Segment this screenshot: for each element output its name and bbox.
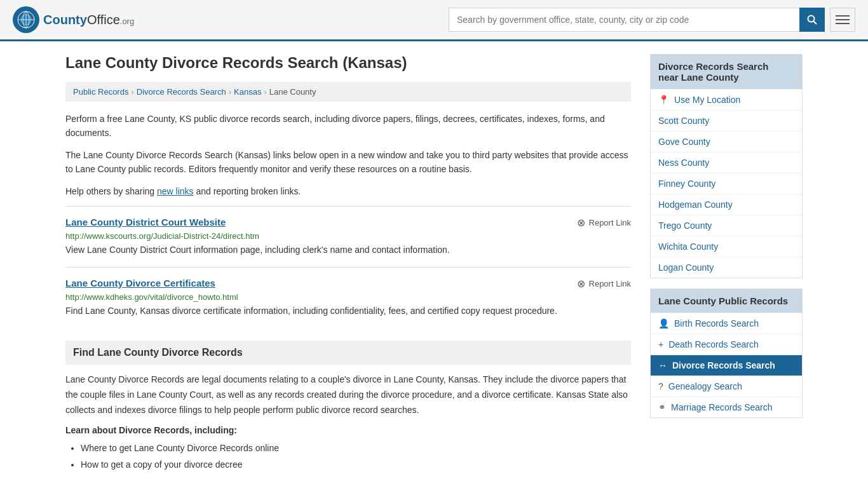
nearby-county-1[interactable]: Gove County [651, 131, 802, 152]
public-records-list: 👤 Birth Records Search + Death Records S… [651, 313, 802, 417]
body-text: Lane County Divorce Records are legal do… [65, 372, 631, 417]
nearby-county-2[interactable]: Ness County [651, 152, 802, 173]
header: CountyOffice.org [0, 0, 868, 41]
nearby-title-text: Divorce Records Searchnear Lane County [658, 61, 768, 83]
public-record-item-4[interactable]: ⚭ Marriage Records Search [651, 396, 802, 417]
report-icon-0: ⊗ [577, 217, 585, 229]
bullet-item-1: How to get a copy of your divorce decree [81, 457, 631, 473]
report-label-0: Report Link [589, 218, 631, 227]
description-3: Help others by sharing new links and rep… [65, 184, 631, 198]
record-title-0[interactable]: Lane County District Court Website [65, 217, 226, 227]
nearby-county-6[interactable]: Wichita County [651, 236, 802, 257]
nearby-county-link-3[interactable]: Finney County [658, 179, 715, 189]
nearby-county-link-4[interactable]: Hodgeman County [658, 200, 733, 210]
menu-line-3 [836, 23, 850, 24]
report-link-0[interactable]: ⊗ Report Link [577, 217, 631, 229]
nearby-counties-section: Divorce Records Searchnear Lane County 📍… [650, 54, 803, 278]
record-entries: Lane County District Court Website ⊗ Rep… [65, 206, 631, 328]
page-title: Lane County Divorce Records Search (Kans… [65, 54, 631, 72]
search-button[interactable] [799, 8, 825, 32]
record-title-1[interactable]: Lane County Divorce Certificates [65, 278, 215, 288]
desc3-prefix: Help others by sharing [65, 186, 157, 196]
description-2: The Lane County Divorce Records Search (… [65, 148, 631, 177]
nearby-title: Divorce Records Searchnear Lane County [651, 55, 802, 89]
public-record-icon-0: 👤 [658, 318, 669, 329]
report-icon-1: ⊗ [577, 278, 585, 290]
new-links-link[interactable]: new links [157, 186, 194, 196]
nearby-counties-list: Scott CountyGove CountyNess CountyFinney… [651, 110, 802, 278]
use-my-location-item[interactable]: 📍 Use My Location [651, 89, 802, 110]
menu-button[interactable] [830, 8, 855, 32]
svg-point-5 [808, 16, 815, 22]
public-record-link-1[interactable]: Death Records Search [668, 339, 759, 349]
record-desc-1: Find Lane County, Kansas divorce certifi… [65, 304, 631, 318]
nearby-county-3[interactable]: Finney County [651, 173, 802, 194]
public-record-item-0[interactable]: 👤 Birth Records Search [651, 313, 802, 334]
record-entry-1: Lane County Divorce Certificates ⊗ Repor… [65, 267, 631, 328]
menu-line-2 [836, 19, 850, 20]
use-my-location-link[interactable]: Use My Location [674, 95, 740, 105]
description-1: Perform a free Lane County, KS public di… [65, 112, 631, 140]
nearby-county-0[interactable]: Scott County [651, 110, 802, 131]
learn-heading: Learn about Divorce Records, including: [65, 425, 631, 435]
nearby-county-link-7[interactable]: Logan County [658, 262, 714, 273]
nearby-county-5[interactable]: Trego County [651, 215, 802, 236]
public-record-icon-4: ⚭ [658, 402, 666, 412]
breadcrumb-lane-county: Lane County [269, 87, 316, 97]
nearby-county-7[interactable]: Logan County [651, 257, 802, 278]
nearby-county-link-1[interactable]: Gove County [658, 137, 710, 147]
desc3-suffix: and reporting broken links. [194, 186, 301, 196]
public-records-section: Lane County Public Records 👤 Birth Recor… [650, 288, 803, 418]
search-icon [807, 15, 817, 25]
report-link-1[interactable]: ⊗ Report Link [577, 278, 631, 290]
public-record-icon-2: ↔ [658, 360, 667, 370]
public-record-icon-3: ? [658, 381, 663, 391]
public-records-title: Lane County Public Records [651, 289, 802, 313]
sidebar: Divorce Records Searchnear Lane County 📍… [650, 54, 803, 473]
public-record-item-3[interactable]: ? Genealogy Search [651, 376, 802, 396]
breadcrumb-public-records[interactable]: Public Records [73, 87, 128, 97]
logo-office: Office [87, 13, 120, 27]
search-area [449, 8, 855, 32]
public-record-link-2[interactable]: Divorce Records Search [672, 360, 775, 370]
nearby-county-link-5[interactable]: Trego County [658, 220, 712, 231]
svg-line-6 [814, 22, 817, 25]
bullet-item-0: Where to get Lane County Divorce Records… [81, 440, 631, 456]
logo-link[interactable]: CountyOffice.org [13, 6, 134, 33]
record-url-0[interactable]: http://www.kscourts.org/Judicial-Distric… [65, 231, 631, 241]
breadcrumb: Public Records › Divorce Records Search … [65, 82, 631, 102]
logo-icon [13, 6, 39, 33]
find-records-section-header: Find Lane County Divorce Records [65, 341, 631, 365]
search-input[interactable] [449, 8, 799, 32]
logo-text-area: CountyOffice.org [43, 13, 134, 27]
record-entry-0: Lane County District Court Website ⊗ Rep… [65, 206, 631, 267]
record-url-1[interactable]: http://www.kdheks.gov/vital/divorce_howt… [65, 292, 631, 302]
bullet-list: Where to get Lane County Divorce Records… [65, 440, 631, 472]
nearby-county-4[interactable]: Hodgeman County [651, 194, 802, 215]
menu-line-1 [836, 15, 850, 17]
report-label-1: Report Link [589, 279, 631, 288]
page-container: Lane County Divorce Records Search (Kans… [53, 41, 815, 485]
nearby-county-link-2[interactable]: Ness County [658, 158, 709, 168]
public-record-icon-1: + [658, 339, 663, 349]
public-record-item-2[interactable]: ↔ Divorce Records Search [651, 355, 802, 376]
logo-domain: .org [120, 17, 134, 26]
location-icon: 📍 [658, 95, 669, 105]
record-desc-0: View Lane County District Court informat… [65, 243, 631, 257]
nearby-county-link-6[interactable]: Wichita County [658, 241, 718, 252]
logo-county: County [43, 13, 87, 27]
breadcrumb-divorce-records[interactable]: Divorce Records Search [137, 87, 226, 97]
public-record-link-0[interactable]: Birth Records Search [674, 318, 759, 329]
breadcrumb-kansas[interactable]: Kansas [234, 87, 261, 97]
public-record-link-4[interactable]: Marriage Records Search [671, 402, 773, 412]
main-content: Lane County Divorce Records Search (Kans… [65, 54, 631, 473]
public-record-link-3[interactable]: Genealogy Search [668, 381, 742, 391]
public-record-item-1[interactable]: + Death Records Search [651, 334, 802, 355]
nearby-county-link-0[interactable]: Scott County [658, 116, 709, 126]
